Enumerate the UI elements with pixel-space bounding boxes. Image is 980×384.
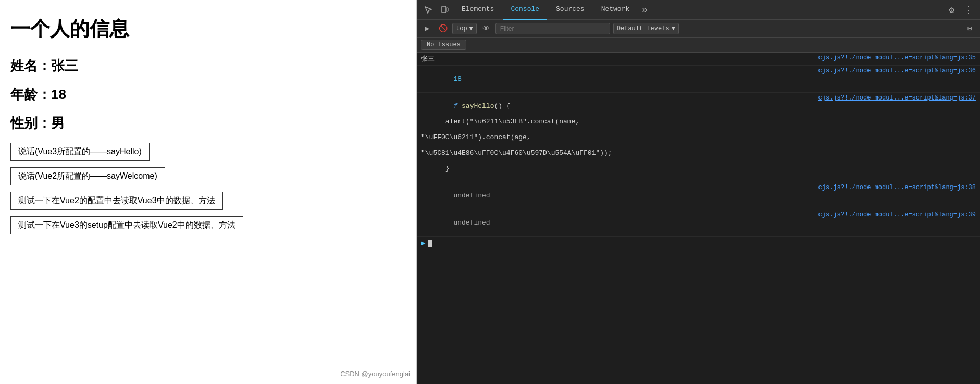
- console-link-37[interactable]: cjs.js?!./node_modul...e=script&lang=js:…: [818, 94, 976, 102]
- tab-elements[interactable]: Elements: [454, 0, 501, 20]
- console-cursor: [428, 240, 432, 247]
- console-link-38[interactable]: cjs.js?!./node_modul...e=script&lang=js:…: [818, 184, 976, 191]
- console-value-18: 18: [421, 67, 814, 91]
- console-value-undefined-1: undefined: [421, 184, 814, 207]
- no-issues-bar: No Issues: [417, 38, 980, 53]
- sidebar-toggle[interactable]: ⊟: [963, 22, 976, 35]
- console-value-undefined-2: undefined: [421, 211, 814, 234]
- levels-label: Default levels: [617, 25, 669, 32]
- eye-button[interactable]: 👁: [480, 22, 492, 35]
- console-row-fn: f sayHello() { alert("\u6211\u53EB".conc…: [417, 93, 980, 182]
- name-field: 姓名：张三: [10, 57, 406, 75]
- execute-button[interactable]: ▶: [421, 22, 433, 35]
- inspect-icon[interactable]: [421, 3, 436, 17]
- say-hello-button[interactable]: 说话(Vue3所配置的——sayHello): [10, 143, 150, 161]
- console-row-undefined-2: undefined cjs.js?!./node_modul...e=scrip…: [417, 209, 980, 237]
- left-panel: 一个人的信息 姓名：张三 年龄：18 性别：男 说话(Vue3所配置的——say…: [0, 0, 417, 384]
- say-welcome-button[interactable]: 说话(Vue2所配置的——sayWelcome): [10, 167, 165, 185]
- console-prompt-icon: ▶: [421, 239, 425, 247]
- devtools-panel: Elements Console Sources Network » ⚙ ⋮ ▶…: [417, 0, 980, 384]
- levels-dropdown-arrow: ▼: [672, 25, 675, 32]
- svg-rect-1: [446, 8, 448, 11]
- button-group: 说话(Vue3所配置的——sayHello) 说话(Vue2所配置的——sayW…: [10, 143, 406, 234]
- console-value-zhangsan: 张三: [421, 54, 814, 64]
- device-icon[interactable]: [438, 3, 452, 17]
- watermark: CSDN @youyoufenglai: [340, 370, 410, 378]
- gender-field: 性别：男: [10, 114, 406, 132]
- console-row-undefined-1: undefined cjs.js?!./node_modul...e=scrip…: [417, 182, 980, 209]
- svg-rect-0: [442, 6, 446, 13]
- tab-console[interactable]: Console: [503, 0, 547, 20]
- more-options-icon[interactable]: ⋮: [961, 3, 976, 17]
- no-issues-button[interactable]: No Issues: [421, 40, 466, 50]
- console-value-fn: f sayHello() { alert("\u6211\u53EB".conc…: [421, 94, 814, 180]
- console-output: 张三 cjs.js?!./node_modul...e=script&lang=…: [417, 53, 980, 384]
- filter-input[interactable]: [495, 23, 610, 34]
- console-link-39[interactable]: cjs.js?!./node_modul...e=script&lang=js:…: [818, 211, 976, 218]
- top-dropdown[interactable]: top ▼: [452, 23, 477, 34]
- console-input-row[interactable]: ▶: [417, 237, 980, 250]
- tab-network[interactable]: Network: [594, 0, 637, 20]
- console-row-zhangsan: 张三 cjs.js?!./node_modul...e=script&lang=…: [417, 53, 980, 66]
- console-link-36[interactable]: cjs.js?!./node_modul...e=script&lang=js:…: [818, 67, 976, 75]
- console-link-35[interactable]: cjs.js?!./node_modul...e=script&lang=js:…: [818, 54, 976, 61]
- page-title: 一个人的信息: [10, 16, 406, 42]
- more-tabs-button[interactable]: »: [639, 5, 651, 15]
- age-field: 年龄：18: [10, 85, 406, 104]
- test-vue3-read-vue2-button[interactable]: 测试一下在Vue3的setup配置中去读取Vue2中的数据、方法: [10, 216, 243, 234]
- levels-dropdown[interactable]: Default levels ▼: [613, 23, 679, 34]
- top-label: top: [456, 25, 467, 32]
- console-toolbar: ▶ 🚫 top ▼ 👁 Default levels ▼ ⊟: [417, 20, 980, 38]
- devtools-tabbar: Elements Console Sources Network » ⚙ ⋮: [417, 0, 980, 20]
- console-row-18: 18 cjs.js?!./node_modul...e=script&lang=…: [417, 66, 980, 93]
- clear-button[interactable]: 🚫: [437, 22, 449, 35]
- tab-sources[interactable]: Sources: [549, 0, 592, 20]
- top-dropdown-arrow: ▼: [469, 25, 473, 32]
- test-vue2-read-vue3-button[interactable]: 测试一下在Vue2的配置中去读取Vue3中的数据、方法: [10, 192, 223, 210]
- settings-icon[interactable]: ⚙: [945, 3, 959, 17]
